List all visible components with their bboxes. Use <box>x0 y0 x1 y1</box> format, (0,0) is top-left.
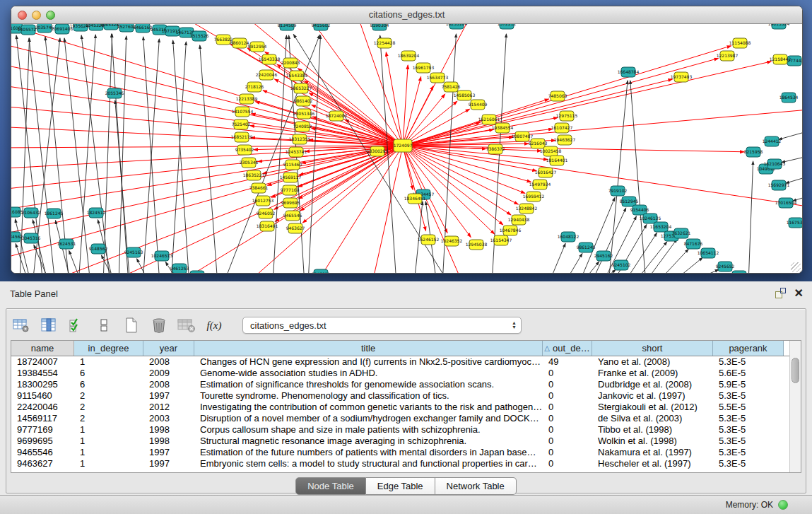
table-cell[interactable]: 2 <box>74 402 143 413</box>
table-cell[interactable]: de Silva et al. (2003) <box>592 413 713 424</box>
table-cell[interactable]: 2 <box>74 390 143 402</box>
table-cell[interactable]: 1 <box>74 458 143 469</box>
table-cell[interactable]: 5.6E-5 <box>713 368 784 379</box>
tab-edge-table[interactable]: Edge Table <box>366 477 435 495</box>
rows-icon[interactable] <box>95 316 113 334</box>
table-cell[interactable]: 9463627 <box>11 458 74 469</box>
resize-grip[interactable] <box>791 262 801 272</box>
network-node-teal[interactable] <box>732 271 746 274</box>
column-select-icon[interactable] <box>40 316 58 334</box>
table-cell[interactable]: Corpus callosum shape and size in male p… <box>194 424 543 436</box>
table-row[interactable]: 969969511998Structural magnetic resonanc… <box>11 436 789 447</box>
table-cell[interactable]: 0 <box>543 424 592 436</box>
table-cell[interactable]: 5.9E-5 <box>713 379 784 390</box>
table-row[interactable]: 977716911998Corpus callosum shape and si… <box>11 424 789 436</box>
trash-icon[interactable] <box>150 316 168 334</box>
table-cell[interactable]: Structural magnetic resonance image aver… <box>194 436 543 447</box>
function-icon[interactable]: f(x) <box>205 316 223 334</box>
table-cell[interactable]: Dudbridge et al. (2008) <box>592 379 713 390</box>
network-node-teal[interactable] <box>190 271 204 274</box>
table-cell[interactable]: 2009 <box>143 368 194 379</box>
table-cell[interactable]: Disruption of a novel member of a sodium… <box>194 413 543 424</box>
scrollbar-thumb[interactable] <box>792 358 799 383</box>
table-cell[interactable]: Stergiakouli et al. (2012) <box>592 402 713 413</box>
table-cell[interactable]: Investigating the contribution of common… <box>194 402 543 413</box>
network-window-titlebar[interactable]: citations_edges.txt <box>11 6 802 24</box>
table-cell[interactable]: 9465546 <box>11 447 74 458</box>
table-cell[interactable]: 0 <box>543 402 592 413</box>
table-cell[interactable]: 1 <box>74 424 143 436</box>
table-cell[interactable]: 9699695 <box>11 436 74 447</box>
table-cell[interactable]: 1 <box>74 356 143 368</box>
table-cell[interactable]: 19384554 <box>11 368 74 379</box>
column-header-in_degree[interactable]: in_degree <box>74 341 143 356</box>
table-cell[interactable]: Tibbo et al. (1998) <box>592 424 713 436</box>
table-cell[interactable]: 5.3E-5 <box>713 356 784 368</box>
table-cell[interactable]: 5.3E-5 <box>713 424 784 436</box>
table-cell[interactable]: 1997 <box>143 458 194 469</box>
table-cell[interactable]: 18300295 <box>11 379 74 390</box>
column-header-name[interactable]: name <box>11 341 74 356</box>
tab-node-table[interactable]: Node Table <box>295 477 366 495</box>
table-cell[interactable]: 1 <box>74 447 143 458</box>
table-cell[interactable]: 0 <box>543 390 592 402</box>
table-cell[interactable]: 1 <box>74 436 143 447</box>
table-cell[interactable]: 5.3E-5 <box>713 458 784 469</box>
table-row[interactable]: 911546021997Tourette syndrome. Phenomeno… <box>11 390 789 402</box>
table-cell[interactable]: 0 <box>543 368 592 379</box>
network-canvas[interactable]: 2016085914055724203574620691406193562411… <box>11 24 802 274</box>
checklist-icon[interactable] <box>67 316 86 334</box>
table-cell[interactable]: Nakamura et al. (1997) <box>592 447 713 458</box>
column-header-out_de[interactable]: △out_de… <box>543 341 592 356</box>
new-document-icon[interactable] <box>122 316 141 334</box>
column-header-year[interactable]: year <box>143 341 194 356</box>
table-cell[interactable]: Tourette syndrome. Phenomenology and cla… <box>194 390 543 402</box>
table-row[interactable]: 1872400712008Changes of HCN gene express… <box>11 356 789 368</box>
table-cell[interactable]: 1997 <box>143 390 194 402</box>
table-cell[interactable]: Hescheler et al. (1997) <box>592 458 713 469</box>
table-settings-icon[interactable] <box>12 316 30 334</box>
table-vertical-scrollbar[interactable] <box>789 341 801 472</box>
table-cell[interactable]: 5.3E-5 <box>713 436 784 447</box>
table-cell[interactable]: 1998 <box>143 436 194 447</box>
table-cell[interactable]: 2008 <box>143 379 194 390</box>
table-cell[interactable]: 2008 <box>143 356 194 368</box>
close-panel-icon[interactable]: ✕ <box>794 288 804 298</box>
table-cell[interactable]: 9115460 <box>11 390 74 402</box>
table-cell[interactable]: 18724007 <box>11 356 74 368</box>
table-cell[interactable]: 14569117 <box>11 413 74 424</box>
table-cell[interactable]: Wolkin et al. (1998) <box>592 436 713 447</box>
table-row[interactable]: 1830029562008Estimation of significance … <box>11 379 789 390</box>
table-cell[interactable]: 2003 <box>143 413 194 424</box>
table-cell[interactable]: 5.3E-5 <box>713 390 784 402</box>
table-cell[interactable]: 9777169 <box>11 424 74 436</box>
table-cell[interactable]: 6 <box>74 379 143 390</box>
table-cell[interactable]: 2012 <box>143 402 194 413</box>
table-cell[interactable]: 0 <box>543 447 592 458</box>
column-header-pagerank[interactable]: pagerank <box>713 341 784 356</box>
table-cell[interactable]: 0 <box>543 458 592 469</box>
table-selector[interactable]: citations_edges.txt ▲▼ <box>242 317 522 334</box>
table-cell[interactable]: Changes of HCN gene expression and I(f) … <box>194 356 543 368</box>
table-row[interactable]: 946554611997Estimation of the future num… <box>11 447 789 458</box>
table-row[interactable]: 946362711997Embryonic stem cells: a mode… <box>11 458 789 469</box>
table-cell[interactable]: Yano et al. (2008) <box>592 356 713 368</box>
table-cell[interactable]: 1997 <box>143 447 194 458</box>
table-cell[interactable]: 5.5E-5 <box>713 402 784 413</box>
table-cell[interactable]: 49 <box>543 356 592 368</box>
delete-table-icon[interactable] <box>177 316 196 334</box>
table-row[interactable]: 2242004622012Investigating the contribut… <box>11 402 789 413</box>
table-cell[interactable]: Estimation of significance thresholds fo… <box>194 379 543 390</box>
float-panel-icon[interactable] <box>775 288 786 298</box>
table-cell[interactable]: 0 <box>543 379 592 390</box>
table-row[interactable]: 1938455462009Genome-wide association stu… <box>11 368 789 379</box>
column-header-short[interactable]: short <box>592 341 713 356</box>
tab-network-table[interactable]: Network Table <box>435 477 517 495</box>
table-cell[interactable]: 2 <box>74 413 143 424</box>
table-cell[interactable]: Embryonic stem cells: a model to study s… <box>194 458 543 469</box>
table-cell[interactable]: 0 <box>543 436 592 447</box>
table-cell[interactable]: 5.3E-5 <box>713 413 784 424</box>
table-row[interactable]: 1456911722003Disruption of a novel membe… <box>11 413 789 424</box>
table-cell[interactable]: Franke et al. (2009) <box>592 368 713 379</box>
memory-status-indicator[interactable] <box>778 500 788 510</box>
